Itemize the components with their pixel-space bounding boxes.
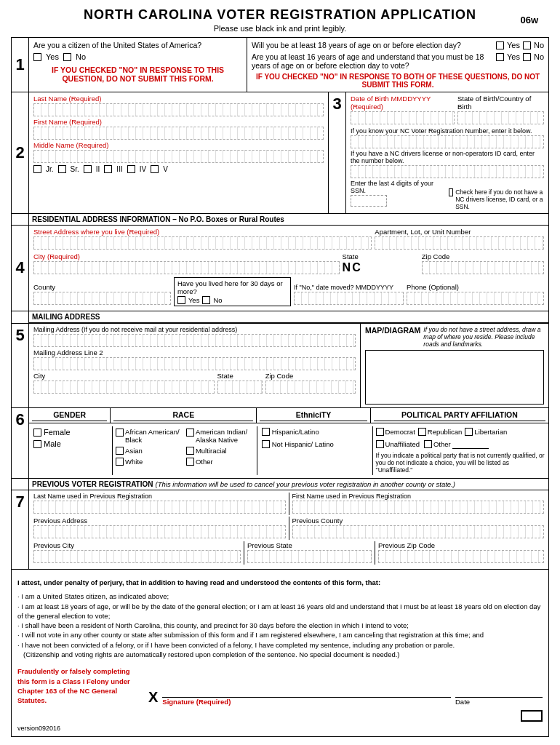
lived-yes-box[interactable]	[177, 296, 185, 304]
section5-num: 5	[12, 323, 29, 407]
page-title: NORTH CAROLINA VOTER REGISTRATION APPLIC…	[11, 7, 549, 23]
suffix-sr-box[interactable]	[58, 165, 66, 173]
date-moved-field[interactable]	[294, 292, 404, 305]
prev-first-field[interactable]	[292, 501, 545, 514]
first-name-field[interactable]	[33, 127, 324, 140]
gender-male-label: Male	[44, 439, 61, 448]
party-unaffiliated-box[interactable]	[376, 440, 384, 448]
age-no-box[interactable]	[523, 41, 531, 49]
party-lib-box[interactable]	[465, 428, 473, 436]
prev-address-field[interactable]	[33, 525, 286, 538]
citizen-no-warning: IF YOU CHECKED "NO" IN RESPONSE TO THIS …	[33, 65, 242, 83]
city-field[interactable]	[33, 261, 340, 274]
suffix-ii-label: II	[96, 165, 100, 173]
gender-female-box[interactable]	[33, 429, 41, 437]
zip-field[interactable]	[422, 261, 544, 274]
age16-no-label: No	[534, 52, 544, 61]
map-diagram-box[interactable]	[365, 350, 544, 405]
date-moved-label: If "No," date moved? MMDDYYYY	[294, 284, 404, 291]
street-field[interactable]	[33, 236, 372, 250]
prev-city-field[interactable]	[33, 550, 241, 563]
form-version: 06w	[520, 15, 538, 25]
prev-state-field[interactable]	[247, 550, 372, 563]
age-yes-box[interactable]	[496, 41, 504, 49]
mailing-zip-field[interactable]	[265, 381, 356, 394]
race-col-header: RACE	[113, 409, 253, 421]
lived-no-box[interactable]	[202, 296, 210, 304]
suffix-jr-box[interactable]	[33, 165, 41, 173]
middle-name-field[interactable]	[33, 150, 324, 163]
age-question: Will you be at least 18 years of age on …	[252, 41, 492, 49]
prev-county-field[interactable]	[292, 525, 545, 538]
gender-male-box[interactable]	[33, 440, 41, 448]
drivers-license-field[interactable]	[351, 165, 544, 178]
section1-num: 1	[12, 38, 29, 92]
suffix-iii-box[interactable]	[104, 165, 112, 173]
party-rep-box[interactable]	[418, 428, 426, 436]
city-label: City (Required)	[33, 252, 340, 260]
race-asian-box[interactable]	[116, 447, 124, 455]
prev-last-field[interactable]	[33, 501, 286, 514]
age16-yes-box[interactable]	[496, 53, 504, 61]
suffix-v-label: V	[163, 165, 168, 173]
suffix-ii-box[interactable]	[84, 165, 92, 173]
race-ai-box[interactable]	[186, 429, 194, 437]
mailing-city-label: City	[33, 372, 215, 380]
ethnicity-col-header: EthniciTY	[260, 409, 367, 421]
lived-30-label: Have you lived here for 30 days or more?	[177, 279, 287, 295]
ethnicity-nothispanic-label: Not Hispanic/ Latino	[272, 440, 334, 448]
apt-field[interactable]	[375, 236, 544, 250]
mailing-field[interactable]	[33, 334, 356, 347]
citizen-no-label: No	[76, 52, 86, 61]
age16-no-box[interactable]	[523, 53, 531, 61]
suffix-iv-label: IV	[140, 165, 146, 173]
suffix-jr-label: Jr.	[46, 165, 54, 173]
party-col-header: POLITICAL PARTY AFFILIATION	[374, 409, 545, 421]
ssn-label: Enter the last 4 digits of your SSN.	[351, 180, 446, 194]
mailing-zip-label: Zip Code	[265, 372, 356, 380]
party-other-label: Other	[433, 440, 451, 448]
citizen-yes-box[interactable]	[33, 53, 41, 61]
mailing-city-field[interactable]	[33, 381, 215, 394]
suffix-iv-box[interactable]	[127, 165, 135, 173]
prev-county-label: Previous County	[292, 517, 545, 525]
page-subtitle: Please use black ink and print legibly.	[11, 24, 549, 33]
citizen-no-box[interactable]	[63, 53, 71, 61]
party-dem-box[interactable]	[376, 428, 384, 436]
dob-field[interactable]	[351, 111, 455, 124]
both-no-warning: IF YOU CHECKED "NO" IN RESPONSE TO BOTH …	[252, 73, 544, 89]
section7-header: PREVIOUS VOTER REGISTRATION	[32, 480, 153, 488]
middle-name-label: Middle Name (Required)	[33, 141, 324, 149]
party-other-box[interactable]	[424, 440, 432, 448]
party-lib-label: Libertarian	[474, 428, 507, 436]
state-birth-field[interactable]	[457, 111, 544, 124]
county-field[interactable]	[33, 292, 171, 305]
ethnicity-nothispanic-box[interactable]	[262, 440, 270, 448]
gender-female-label: Female	[44, 428, 71, 437]
voter-reg-field[interactable]	[351, 135, 544, 148]
age16-yes-label: Yes	[507, 52, 520, 61]
race-other-box[interactable]	[186, 458, 194, 466]
x-mark: X	[148, 689, 158, 705]
mailing-label: Mailing Address (If you do not receive m…	[33, 326, 356, 333]
mailing-state-field[interactable]	[217, 381, 263, 394]
no-id-box[interactable]	[449, 188, 453, 196]
gender-col-header: GENDER	[32, 409, 107, 421]
race-white-label: White	[125, 458, 143, 466]
no-id-label: Check here if you do not have a NC drive…	[455, 188, 544, 210]
first-name-label: First Name (Required)	[33, 118, 324, 126]
mailing-line2-label: Mailing Address Line 2	[33, 348, 356, 356]
phone-field[interactable]	[407, 292, 544, 305]
section7-header-italic: (This information will be used to cancel…	[156, 480, 455, 488]
last-name-field[interactable]	[33, 103, 324, 116]
mailing-line2-field[interactable]	[33, 357, 356, 370]
ethnicity-hispanic-box[interactable]	[262, 428, 270, 436]
section4-num: 4	[12, 225, 29, 311]
race-white-box[interactable]	[116, 458, 124, 466]
prev-zip-field[interactable]	[378, 550, 544, 563]
age16-question: Are you at least 16 years of age and und…	[252, 52, 492, 70]
race-multi-box[interactable]	[186, 447, 194, 455]
race-aa-box[interactable]	[116, 429, 124, 437]
suffix-v-box[interactable]	[151, 165, 159, 173]
prev-address-label: Previous Address	[33, 517, 286, 525]
